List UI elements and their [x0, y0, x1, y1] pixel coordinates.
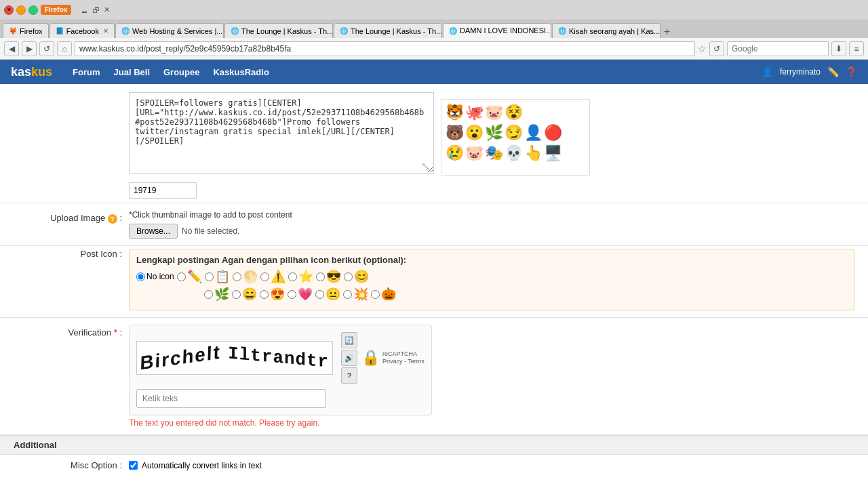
radio-heart[interactable] — [288, 290, 296, 299]
nav-username[interactable]: ferryminato — [780, 67, 821, 77]
emoji-skull[interactable]: 💀 — [505, 144, 523, 162]
icon-cool[interactable]: 😎 — [316, 269, 341, 284]
emoji-red[interactable]: 🔴 — [544, 124, 562, 142]
radio-plant[interactable] — [204, 290, 213, 299]
nav-kaskusradio[interactable]: KaskusRadio — [213, 67, 269, 77]
emoji-surprised[interactable]: 😮 — [465, 124, 484, 142]
window-minimize-icon[interactable]: 🗕 — [81, 6, 88, 14]
emoji-up[interactable]: 👆 — [524, 144, 542, 162]
radio-neutral[interactable] — [315, 290, 324, 299]
verification-label-text: Verification — [68, 327, 111, 338]
icon-love[interactable]: 😍 — [260, 287, 285, 302]
home-button[interactable]: ⌂ — [57, 41, 72, 56]
nav-groupee[interactable]: Groupee — [163, 67, 199, 77]
icon-plant[interactable]: 🌿 — [204, 287, 229, 302]
captcha-input[interactable] — [136, 389, 326, 408]
close-window-button[interactable]: ✕ — [4, 5, 14, 15]
captcha-help-button[interactable]: ? — [341, 367, 357, 384]
radio-cool[interactable] — [316, 272, 325, 281]
icon-neutral[interactable]: 😐 — [315, 287, 340, 302]
icon-warning[interactable]: ⚠️ — [260, 269, 285, 284]
radio-pencil[interactable] — [177, 272, 186, 281]
tab-firefox[interactable]: 🦊 Firefox — [3, 23, 49, 38]
window-close-icon[interactable]: ✕ — [104, 5, 110, 14]
search-input[interactable] — [727, 41, 829, 56]
help-icon[interactable]: ❓ — [846, 66, 857, 77]
emoji-pig2[interactable]: 🐷 — [465, 144, 484, 162]
radio-love[interactable] — [260, 290, 269, 299]
refresh-addr-button[interactable]: ↺ — [709, 41, 724, 56]
browse-button[interactable]: Browse... — [129, 224, 178, 239]
char-count-input[interactable]: 19719 — [129, 182, 197, 199]
radio-happy[interactable] — [232, 290, 241, 299]
nav-forum[interactable]: Forum — [73, 67, 100, 77]
emoji-user[interactable]: 👤 — [524, 124, 542, 142]
radio-fire[interactable] — [343, 290, 352, 299]
radio-warning[interactable] — [260, 272, 269, 281]
icon-happy[interactable]: 😄 — [232, 287, 257, 302]
emoji-screen[interactable]: 🖥️ — [544, 144, 562, 162]
captcha-controls: 🔄 🔊 ? — [341, 332, 357, 384]
minimize-window-button[interactable] — [16, 5, 26, 15]
tab-lounge1-label: The Lounge | Kaskus - Th... — [241, 27, 333, 35]
captcha-row: Birchelt Iltrandtr 🔄 🔊 ? 🔒 reCAPTCHAPriv… — [136, 332, 425, 384]
maximize-window-button[interactable] — [28, 5, 38, 15]
address-input[interactable] — [75, 41, 695, 56]
emoji-octopus[interactable]: 🐙 — [465, 104, 484, 121]
emoji-row-1: 🐯 🐙 🐷 😵 — [446, 104, 585, 121]
downloads-button[interactable]: ⬇ — [831, 41, 846, 56]
tab-lounge2[interactable]: 🌐 The Lounge | Kaskus - Th... ✕ — [334, 23, 442, 38]
radio-pumpkin[interactable] — [371, 290, 380, 299]
bookmark-star-icon[interactable]: ☆ — [698, 43, 707, 54]
radio-no-icon[interactable] — [136, 272, 145, 281]
upload-help-icon[interactable]: ? — [108, 214, 117, 224]
new-tab-button[interactable]: + — [661, 26, 673, 38]
window-restore-icon[interactable]: 🗗 — [92, 6, 100, 14]
icon-heart[interactable]: 💗 — [288, 287, 313, 302]
icon-fire[interactable]: 💥 — [343, 287, 368, 302]
icon-no-icon[interactable]: No icon — [136, 272, 174, 281]
emoji-dizzy[interactable]: 😵 — [505, 104, 523, 121]
refresh-button[interactable]: ↺ — [39, 41, 54, 56]
icon-star[interactable]: ⭐ — [288, 269, 313, 284]
emoji-bear[interactable]: 🐻 — [446, 124, 464, 142]
radio-moon[interactable] — [233, 272, 241, 281]
emoji-smirk[interactable]: 😏 — [505, 124, 523, 142]
emoji-sad[interactable]: 😢 — [446, 144, 464, 162]
emoji-green[interactable]: 🌿 — [485, 124, 503, 142]
tab-webhosting[interactable]: 🌐 Web Hosting & Services |... ✕ — [115, 23, 224, 38]
emoji-tiger[interactable]: 🐯 — [446, 104, 464, 121]
textarea-wrapper: [SPOILER=followers gratis][CENTER][URL="… — [129, 92, 434, 176]
tab-damn[interactable]: 🌐 DAMN I LOVE INDONESI... ✕ — [443, 23, 551, 38]
auto-convert-checkbox[interactable] — [129, 461, 138, 470]
post-body-textarea[interactable]: [SPOILER=followers gratis][CENTER][URL="… — [129, 92, 434, 174]
captcha-refresh-button[interactable]: 🔄 — [341, 332, 357, 348]
radio-smile[interactable] — [344, 272, 353, 281]
captcha-audio-button[interactable]: 🔊 — [341, 350, 357, 366]
nav-jualbeli[interactable]: Jual Beli — [114, 67, 150, 77]
icon-pumpkin[interactable]: 🎃 — [371, 287, 396, 302]
menu-button[interactable]: ≡ — [849, 41, 864, 56]
webhosting-tab-icon: 🌐 — [121, 27, 130, 35]
emoji-pig[interactable]: 🐷 — [485, 104, 503, 121]
verification-colon: : — [119, 327, 122, 338]
radio-star[interactable] — [288, 272, 297, 281]
icon-clipboard[interactable]: 📋 — [205, 269, 230, 284]
upload-colon: : — [119, 213, 122, 223]
icon-pencil[interactable]: ✏️ — [177, 269, 202, 284]
tab-lounge1[interactable]: 🌐 The Lounge | Kaskus - Th... ✕ — [224, 23, 333, 38]
edit-icon[interactable]: ✏️ — [827, 66, 839, 77]
tab-kisah[interactable]: 🌐 Kisah seorang ayah | Kas... ✕ — [552, 23, 660, 38]
back-button[interactable]: ◀ — [4, 41, 19, 56]
tab-facebook[interactable]: 📘 Facebook ✕ — [50, 23, 115, 38]
forward-button[interactable]: ▶ — [22, 41, 37, 56]
facebook-tab-icon: 📘 — [56, 27, 64, 35]
icon-moon[interactable]: 🌕 — [233, 269, 258, 284]
radio-clipboard[interactable] — [205, 272, 214, 281]
moon-icon: 🌕 — [243, 269, 258, 284]
icon-smile[interactable]: 😊 — [344, 269, 369, 284]
emoji-theater[interactable]: 🎭 — [485, 144, 503, 162]
neutral-icon: 😐 — [326, 287, 340, 302]
post-icon-desc: Lengkapi postingan Agan dengan pilihan i… — [136, 255, 847, 265]
tab-facebook-close[interactable]: ✕ — [103, 27, 108, 35]
